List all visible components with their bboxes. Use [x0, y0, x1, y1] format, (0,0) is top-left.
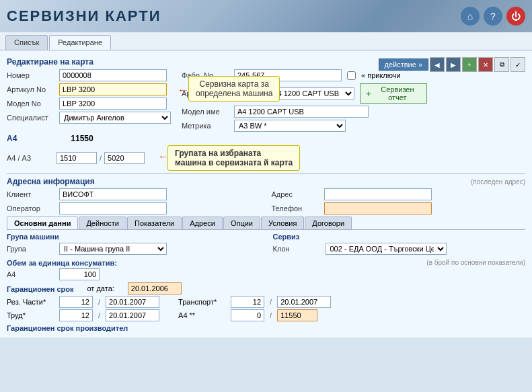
priklyuchi-checkbox[interactable] — [347, 71, 356, 80]
trud-row: Труд* / А4 ** / — [7, 309, 525, 321]
tooltip-group-line1: Групата на избраната — [175, 149, 293, 158]
addr-left: Клиент Оператор — [7, 188, 261, 217]
addr-form: Клиент Оператор Адрес Телефон — [7, 188, 525, 217]
guar-from-label: от дата: — [87, 284, 114, 292]
addr-right: Адрес Телефон — [272, 188, 526, 217]
tooltip-machine: Сервизна карта за определена машина ← — [188, 76, 280, 102]
telefon-row: Телефон — [272, 202, 526, 214]
operator-label: Оператор — [7, 204, 54, 212]
tab-opcii[interactable]: Опции — [223, 217, 260, 229]
slash1: / — [100, 154, 102, 162]
tooltip-group: Групата на избраната машина в сервизната… — [167, 145, 300, 171]
a4-val1-input[interactable] — [231, 309, 264, 321]
tab-edit[interactable]: Редактиране — [49, 35, 111, 50]
nav-next-button[interactable]: ▶ — [446, 57, 461, 72]
group-title: Група машини — [7, 233, 260, 241]
last-addr-note: (последен адрес) — [471, 178, 525, 186]
model-ime-label: Модел име — [182, 108, 229, 116]
grupa-select[interactable]: II - Машина група II — [59, 243, 167, 255]
tab-usloviya[interactable]: Условия — [261, 217, 304, 229]
a4-a3-input1[interactable] — [56, 152, 97, 164]
app-title: СЕРВИЗНИ КАРТИ — [7, 7, 161, 25]
inner-tabs: Основни данни Дейности Показатели Адреси… — [7, 217, 525, 230]
metrika-select[interactable]: A3 BW * — [234, 120, 346, 132]
artikul-no-input[interactable] — [59, 83, 167, 95]
main-content: Сервизна карта за определена машина ← де… — [0, 50, 532, 338]
transport-label: Транспорт* — [178, 298, 225, 306]
model-ime-input[interactable] — [234, 106, 369, 118]
guar-from-input[interactable] — [128, 282, 182, 295]
tab-osnovni[interactable]: Основни данни — [7, 217, 78, 229]
trud-label: Труд* — [7, 311, 54, 319]
model-no-row: Модел No — [7, 97, 171, 110]
add-button[interactable]: + — [462, 57, 477, 72]
help-button[interactable]: ? — [484, 7, 502, 26]
slash-trud: / — [98, 311, 100, 319]
guar-title: Гаранционен срок — [7, 285, 73, 293]
svc-title: Сервиз — [273, 233, 526, 241]
tab-list[interactable]: Списък — [5, 35, 48, 50]
a4-a3-label: А4 / А3 — [7, 154, 54, 162]
vol-title: Обем за единица консуматив: — [7, 259, 117, 267]
save-button[interactable]: ✓ — [510, 57, 525, 72]
adres-input[interactable] — [324, 188, 432, 200]
home-button[interactable]: ⌂ — [461, 7, 480, 26]
klon-label: Клон — [273, 245, 320, 253]
adres-row: Адрес — [272, 188, 526, 200]
nomer-input[interactable] — [59, 69, 167, 81]
svc-report-label: Сервизен отчет — [374, 85, 421, 102]
a4-section: А4 11550 — [7, 134, 525, 143]
nomer-label: Номер — [7, 71, 54, 79]
power-button[interactable]: ⏻ — [506, 7, 525, 26]
vol-a4-input[interactable] — [59, 268, 100, 280]
nav-prev-button[interactable]: ◀ — [430, 57, 445, 72]
divider1 — [7, 173, 525, 174]
model-no-input[interactable] — [59, 97, 167, 110]
nomer-row: Номер — [7, 69, 171, 81]
transport-date[interactable] — [277, 296, 331, 308]
model-ime-row: Модел име — [182, 106, 427, 118]
prod-warranty-title: Гаранционен срок производител — [7, 324, 525, 332]
klient-input[interactable] — [59, 188, 167, 200]
tooltip-group-line2: машина в сервизната й карта — [175, 158, 293, 167]
slash-transport: / — [270, 298, 272, 306]
operator-input[interactable] — [59, 202, 167, 214]
rez-chasti-date[interactable] — [106, 296, 159, 308]
rez-chasti-label: Рез. Части* — [7, 298, 54, 306]
volume-section: Обем за единица консуматив: (в брой по о… — [7, 259, 525, 280]
tab-dogovori[interactable]: Договори — [305, 217, 352, 229]
copy-button[interactable]: ⧉ — [494, 57, 509, 72]
group-col: Група машини Група II - Машина група II — [7, 233, 260, 257]
slash-a4: / — [270, 311, 272, 319]
delete-button[interactable]: ✕ — [478, 57, 493, 72]
a4-label: А4 — [7, 134, 17, 143]
klient-row: Клиент — [7, 188, 261, 200]
group-svc-area: Група машини Група II - Машина група II … — [7, 233, 525, 257]
a4-a3-row: А4 / А3 / Групата на избраната машина в … — [7, 145, 525, 171]
svc-col: Сервиз Клон 002 - ЕДА ООД - Търговски Це… — [273, 233, 526, 257]
rez-chasti-months[interactable] — [59, 296, 93, 308]
tooltip-line1: Сервизна карта за — [196, 79, 272, 89]
trud-months[interactable] — [59, 309, 93, 321]
transport-months[interactable] — [231, 296, 264, 308]
a4-val2-input[interactable] — [277, 309, 317, 321]
tooltip-group-container: Групата на избраната машина в сервизната… — [167, 145, 300, 171]
metrika-label: Метрика — [182, 122, 229, 130]
telefon-input[interactable] — [324, 202, 432, 214]
klon-row: Клон 002 - ЕДА ООД - Търговски Це... — [273, 243, 526, 255]
tooltip-line2: определена машина — [196, 89, 272, 98]
specialist-row: Специалист Димитър Ангелов — [7, 112, 171, 124]
trud-date[interactable] — [106, 309, 159, 321]
vol-a4-row: А4 — [7, 268, 525, 280]
klon-select[interactable]: 002 - ЕДА ООД - Търговски Це... — [326, 243, 447, 255]
a4-value: 11550 — [71, 134, 93, 143]
a4-a3-input2[interactable] — [104, 152, 145, 164]
vol-a4-label: А4 — [7, 270, 54, 278]
warranty-section: Гаранционен срок от дата: Рез. Части* / … — [7, 282, 525, 321]
tab-adresi[interactable]: Адреси — [182, 217, 223, 229]
svc-report-button[interactable]: + Сервизен отчет — [360, 83, 427, 104]
grupa-label: Група — [7, 245, 54, 253]
specialist-select[interactable]: Димитър Ангелов — [59, 112, 171, 124]
tab-deynosti[interactable]: Дейности — [79, 217, 126, 229]
tab-pokazateli[interactable]: Показатели — [127, 217, 182, 229]
